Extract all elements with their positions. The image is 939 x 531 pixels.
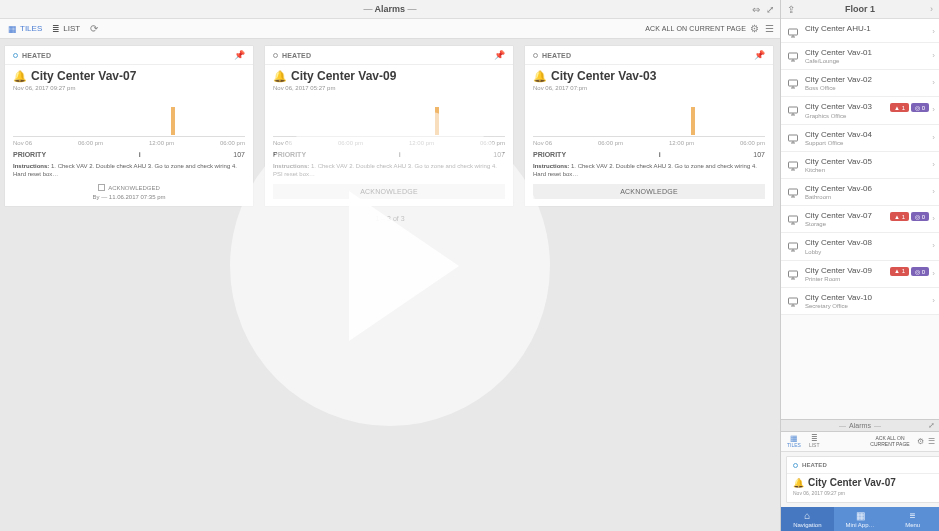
device-row[interactable]: City Center Vav-10Secretary Office› [781, 288, 939, 315]
view-tiles-button[interactable]: ▦ TILES [8, 24, 42, 34]
right-title: Floor 1 [845, 4, 875, 14]
chevron-right-icon: › [932, 78, 935, 87]
link-icon[interactable]: ⇔ [752, 4, 760, 15]
device-room: Boss Office [805, 85, 933, 91]
expand-icon[interactable]: ⤢ [766, 4, 774, 15]
acknowledge-button[interactable]: ACKNOWLEDGE [533, 184, 765, 199]
device-row[interactable]: City Center Vav-06Bathroom› [781, 179, 939, 206]
device-room: Cafe/Lounge [805, 58, 933, 64]
tile-instructions: Instructions: 1. Check VAV 2. Double che… [533, 162, 765, 178]
svg-rect-12 [789, 135, 798, 141]
device-name: City Center Vav-10 [805, 293, 933, 302]
nav-navigation-button[interactable]: ⌂Navigation [781, 507, 834, 531]
chevron-right-icon: › [932, 160, 935, 169]
nav-menu-button[interactable]: ≡Menu [886, 507, 939, 531]
share-icon[interactable]: ⇪ [787, 4, 795, 15]
ack-status: ACKNOWLEDGED [13, 184, 245, 191]
nav-miniapp-button[interactable]: ▦Mini App… [834, 507, 887, 531]
chevron-right-icon: › [932, 51, 935, 60]
pin-icon[interactable]: 📌 [754, 50, 765, 60]
chevron-right-icon: › [932, 241, 935, 250]
chart-tick: 06:00 pm [220, 140, 245, 146]
device-room: Storage [805, 221, 933, 227]
state-dot-icon [273, 53, 278, 58]
device-row[interactable]: City Center Vav-07Storage▲ 1◎ 0› [781, 206, 939, 233]
alarm-count-badge: ▲ 1 [890, 212, 909, 221]
filter-icon[interactable]: ⚙ [917, 437, 924, 446]
alarm-tile[interactable]: HEATED 📌 🔔City Center Vav-03 Nov 06, 201… [524, 45, 774, 207]
device-room: Bathroom [805, 194, 933, 200]
alarm-tile[interactable]: HEATED 📌 🔔City Center Vav-07 Nov 06, 201… [4, 45, 254, 207]
tile-title: City Center Vav-03 [551, 69, 656, 83]
device-row[interactable]: City Center Vav-03Graphics Office▲ 1◎ 0› [781, 97, 939, 124]
tile-instructions: Instructions: 1. Check VAV 2. Double che… [13, 162, 245, 178]
tile-state: HEATED [542, 52, 571, 59]
override-count-badge: ◎ 0 [911, 103, 929, 112]
right-alarm-tile[interactable]: HEATED 📌 🔔City Center Vav-07 Nov 06, 201… [786, 456, 939, 503]
svg-rect-18 [789, 189, 798, 195]
device-row[interactable]: City Center Vav-08Lobby› [781, 233, 939, 260]
settings-icon[interactable]: ☰ [928, 437, 935, 446]
right-alarms-header: Alarms ⤢ [781, 419, 939, 432]
filter-icon[interactable]: ⚙ [750, 23, 759, 34]
right-view-tiles-button[interactable]: ▦TILES [787, 435, 801, 448]
device-row[interactable]: City Center Vav-02Boss Office› [781, 70, 939, 97]
right-view-list-button[interactable]: ≣LIST [809, 435, 820, 448]
chevron-right-icon: › [932, 187, 935, 196]
settings-icon[interactable]: ☰ [765, 23, 774, 34]
device-icon [787, 158, 799, 170]
pin-icon[interactable]: 📌 [234, 50, 245, 60]
device-room: Lobby [805, 249, 933, 255]
pin-icon[interactable]: 📌 [494, 50, 505, 60]
chevron-right-icon: › [932, 296, 935, 305]
compass-icon: ⌂ [804, 511, 810, 521]
tile-state: HEATED [282, 52, 311, 59]
device-list[interactable]: City Center AHU-1›City Center Vav-01Cafe… [781, 19, 939, 419]
device-icon [787, 267, 799, 279]
tile-state: HEATED [802, 462, 827, 468]
chevron-right-icon: › [932, 105, 935, 114]
device-icon [787, 131, 799, 143]
svg-rect-30 [789, 298, 798, 304]
priority-label: PRIORITY [273, 151, 306, 158]
chart-tick: 06:00 pm [740, 140, 765, 146]
device-row[interactable]: City Center Vav-01Cafe/Lounge› [781, 43, 939, 70]
view-list-button[interactable]: ≣ LIST [52, 24, 80, 34]
pager: 1 – 3 of 3 [0, 209, 780, 228]
device-row[interactable]: City Center Vav-04Support Office› [781, 125, 939, 152]
chart-tick: 12:00 pm [149, 140, 174, 146]
right-ack-all-button[interactable]: ACK ALL ON CURRENT PAGE [867, 436, 913, 447]
device-room: Graphics Office [805, 113, 933, 119]
tile-chart: Nov 06 06:00 pm 12:00 pm 06:00 pm [533, 99, 765, 137]
device-row[interactable]: City Center Vav-09Printer Room▲ 1◎ 0› [781, 261, 939, 288]
tile-title: City Center Vav-07 [808, 477, 896, 488]
device-name: City Center Vav-01 [805, 48, 933, 57]
device-room: Kitchen [805, 167, 933, 173]
override-count-badge: ◎ 0 [911, 267, 929, 276]
chevron-right-icon[interactable]: › [930, 4, 933, 14]
tile-state: HEATED [22, 52, 51, 59]
state-dot-icon [533, 53, 538, 58]
ack-all-button[interactable]: ACK ALL ON CURRENT PAGE [645, 25, 746, 32]
device-room: Printer Room [805, 276, 933, 282]
svg-rect-27 [789, 271, 798, 277]
device-name: City Center Vav-04 [805, 130, 933, 139]
bell-icon: 🔔 [273, 70, 287, 83]
chevron-right-icon: › [932, 214, 935, 223]
device-name: City Center Vav-05 [805, 157, 933, 166]
device-name: City Center Vav-02 [805, 75, 933, 84]
acknowledge-button[interactable]: ACKNOWLEDGE [273, 184, 505, 199]
refresh-icon[interactable]: ⟳ [90, 23, 98, 34]
priority-value: 107 [493, 151, 505, 158]
tile-timestamp: Nov 06, 2017 09:27 pm [793, 490, 939, 496]
chart-tick: 06:00 pm [598, 140, 623, 146]
device-row[interactable]: City Center AHU-1› [781, 19, 939, 43]
device-icon [787, 212, 799, 224]
expand-icon[interactable]: ⤢ [928, 421, 935, 430]
alarm-tile[interactable]: HEATED 📌 🔔City Center Vav-09 Nov 06, 201… [264, 45, 514, 207]
tile-timestamp: Nov 06, 2017 05:27 pm [273, 85, 505, 91]
device-row[interactable]: City Center Vav-05Kitchen› [781, 152, 939, 179]
chart-tick: 06:00 pm [480, 140, 505, 146]
device-icon [787, 25, 799, 37]
tile-instructions: Instructions: 1. Check VAV 2. Double che… [273, 162, 505, 178]
